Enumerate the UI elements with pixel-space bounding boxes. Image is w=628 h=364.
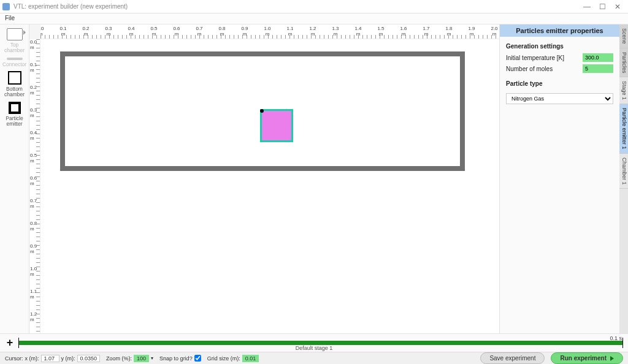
- particle-emitter-icon: [9, 102, 21, 114]
- run-experiment-button[interactable]: Run experiment: [551, 352, 623, 364]
- cursor-readout: Cursor: x (m): 1.07 y (m): 0.0350: [5, 355, 100, 362]
- work-area: 0.0m0.1m0.2m0.3m0.4m0.5m0.6m0.7m0.8m0.9m…: [29, 25, 499, 333]
- timeline-end-label: 0.1 s: [610, 335, 622, 341]
- connector-label: Connector: [2, 62, 26, 67]
- window-title: VTL: experiment builder (new experiment): [13, 3, 583, 10]
- particle-type-heading: Particle type: [506, 80, 613, 87]
- title-bar: VTL: experiment builder (new experiment)…: [0, 0, 628, 13]
- status-bar: Cursor: x (m): 1.07 y (m): 0.0350 Zoom (…: [0, 352, 628, 364]
- top-chamber-icon: [7, 28, 23, 40]
- cursor-y-label: y (m):: [61, 355, 75, 362]
- tab-scene[interactable]: Scene: [619, 25, 628, 48]
- initial-temperature-input[interactable]: [583, 53, 613, 62]
- main-area: Top chamber Connector Bottom chamber Par…: [0, 25, 628, 333]
- tab-particles[interactable]: Particles: [619, 48, 628, 78]
- grid-control: Grid size (m): 0.01: [207, 355, 259, 362]
- tool-palette: Top chamber Connector Bottom chamber Par…: [0, 25, 29, 333]
- particle-emitter-label: Particle emitter: [6, 116, 23, 127]
- cursor-prefix: Cursor:: [5, 355, 23, 362]
- menu-file[interactable]: File: [5, 15, 15, 21]
- snap-checkbox[interactable]: [194, 355, 201, 362]
- add-stage-button[interactable]: +: [5, 336, 15, 349]
- palette-bottom-chamber[interactable]: Bottom chamber: [2, 71, 27, 98]
- right-panel: Particles emitter properties Generation …: [499, 25, 628, 333]
- bottom-chamber-label: Bottom chamber: [4, 86, 25, 98]
- tab-stage-1[interactable]: Stage 1: [619, 77, 628, 104]
- menu-bar: File: [0, 13, 628, 25]
- generation-settings-heading: Generation settings: [506, 43, 613, 50]
- bottom-chamber-icon: [8, 71, 21, 85]
- canvas[interactable]: [40, 39, 499, 333]
- play-icon: [610, 356, 614, 361]
- properties-header: Particles emitter properties: [500, 25, 619, 37]
- grid-size-input[interactable]: 0.01: [242, 355, 259, 362]
- run-experiment-label: Run experiment: [560, 355, 607, 362]
- properties-panel: Particles emitter properties Generation …: [500, 25, 619, 333]
- cursor-x-value: 1.07: [41, 355, 59, 362]
- particle-type-select[interactable]: Nitrogen Gas: [506, 93, 613, 104]
- zoom-input[interactable]: 100: [134, 355, 149, 362]
- top-chamber-label: Top chamber: [4, 42, 25, 54]
- tab-chamber-1[interactable]: Chamber 1: [619, 154, 628, 189]
- window-controls: — ☐ ✕: [583, 3, 626, 10]
- palette-connector[interactable]: Connector: [2, 58, 27, 67]
- close-button[interactable]: ✕: [615, 3, 621, 10]
- grid-size-label: Grid size (m):: [207, 355, 240, 362]
- cursor-x-label: x (m):: [25, 355, 39, 362]
- save-experiment-button[interactable]: Save experiment: [480, 352, 545, 364]
- number-of-moles-input[interactable]: [583, 64, 613, 73]
- timeline-track[interactable]: [18, 341, 623, 345]
- number-of-moles-label: Number of moles: [506, 66, 553, 72]
- vertical-ruler: 0.0m0.1m0.2m0.3m0.4m0.5m0.6m0.7m0.8m0.9m…: [29, 39, 40, 333]
- particle-emitter-object[interactable]: [260, 109, 293, 142]
- snap-control: Snap to grid?: [159, 355, 201, 362]
- palette-top-chamber[interactable]: Top chamber: [2, 28, 27, 54]
- timeline-stage-label: Default stage 1: [296, 345, 333, 351]
- app-icon: [2, 3, 10, 10]
- tab-particle-emitter-1[interactable]: Particle emitter 1: [619, 104, 628, 154]
- minimize-button[interactable]: —: [583, 3, 591, 10]
- palette-particle-emitter[interactable]: Particle emitter: [2, 102, 27, 127]
- emitter-handle[interactable]: [260, 109, 264, 113]
- connector-icon: [7, 58, 23, 60]
- cursor-y-value: 0.0350: [77, 355, 101, 362]
- zoom-dropdown-icon[interactable]: ▾: [151, 355, 153, 361]
- horizontal-ruler: 0.0m0.1m0.2m0.3m0.4m0.5m0.6m0.7m0.8m0.9m…: [40, 25, 499, 39]
- zoom-label: Zoom (%):: [106, 355, 132, 362]
- snap-label: Snap to grid?: [159, 355, 193, 362]
- maximize-button[interactable]: ☐: [599, 3, 606, 10]
- chamber-object[interactable]: [60, 51, 465, 171]
- side-tabs: Scene Particles Stage 1 Particle emitter…: [619, 25, 628, 333]
- initial-temperature-label: Initial temperature [K]: [506, 55, 564, 61]
- timeline: + Default stage 1 0.1 s: [0, 333, 628, 352]
- zoom-control: Zoom (%): 100 ▾: [106, 355, 153, 362]
